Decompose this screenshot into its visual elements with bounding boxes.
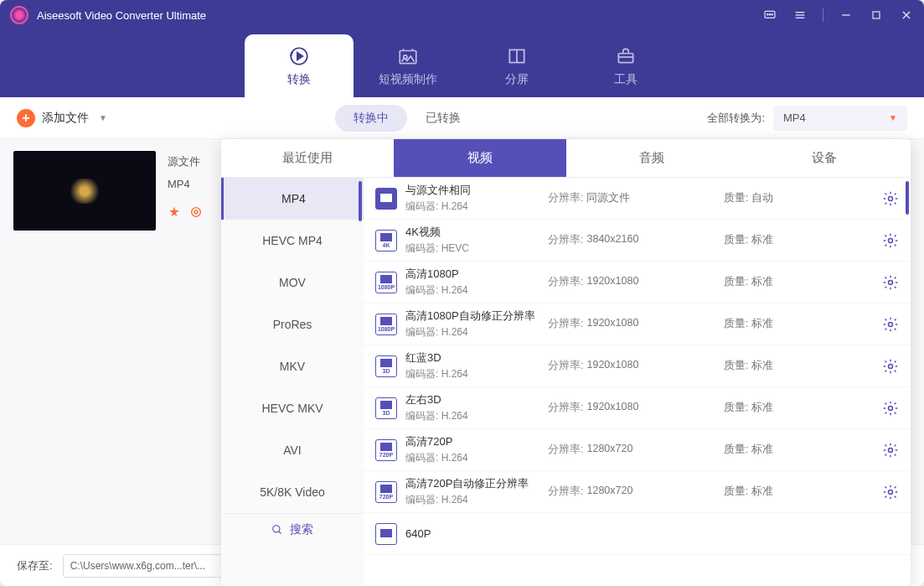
preset-text: 4K视频 编码器: HEVC: [405, 225, 539, 256]
preset-row[interactable]: 4K 4K视频 编码器: HEVC 分辨率:3840x2160 质量:标准: [364, 220, 911, 262]
sidebar-format-item[interactable]: 5K/8K Video: [221, 471, 364, 513]
gear-icon[interactable]: [882, 358, 899, 375]
svg-point-19: [194, 210, 198, 214]
preset-text: 高清1080P 编码器: H.264: [405, 267, 539, 298]
search-label: 搜索: [290, 522, 313, 537]
svg-point-20: [192, 208, 201, 217]
sidebar-format-item[interactable]: AVI: [221, 429, 364, 471]
feedback-icon[interactable]: [762, 8, 777, 23]
convert-icon: [288, 45, 310, 67]
preset-quality: 质量:标准: [724, 443, 833, 457]
tab-label: 转换: [287, 72, 311, 87]
toolbar: + 添加文件 ▼ 转换中 已转换 全部转换为: MP4 ▼: [0, 97, 924, 139]
format-dropdown-panel: 最近使用 视频 音频 设备 MP4HEVC MP4MOVProResMKVHEV…: [221, 139, 911, 586]
maximize-button[interactable]: [869, 8, 884, 23]
app-window: Aiseesoft Video Converter Ultimate 转换 短视…: [0, 0, 924, 586]
sidebar-format-item[interactable]: MKV: [221, 345, 364, 387]
svg-point-26: [889, 322, 893, 326]
search-button[interactable]: 搜索: [221, 513, 364, 545]
app-logo-icon: [10, 6, 28, 24]
add-file-button[interactable]: + 添加文件 ▼: [17, 109, 107, 127]
tab-collage[interactable]: 分屏: [462, 34, 571, 97]
tab-label: 工具: [614, 72, 638, 87]
tab-label: 分屏: [505, 72, 529, 87]
sidebar-format-item[interactable]: ProRes: [221, 303, 364, 345]
scrollbar-thumb[interactable]: [359, 181, 362, 221]
gear-icon[interactable]: [882, 316, 899, 333]
video-thumbnail[interactable]: [13, 151, 156, 231]
status-tab-converted[interactable]: 已转换: [407, 105, 479, 132]
format-sidebar[interactable]: MP4HEVC MP4MOVProResMKVHEVC MKVAVI5K/8K …: [221, 178, 364, 586]
file-meta: 源文件 MP4: [168, 151, 203, 532]
cat-tab-device[interactable]: 设备: [738, 139, 911, 177]
gear-icon[interactable]: [882, 400, 899, 417]
save-to-label: 保存至:: [17, 558, 53, 573]
preset-badge-icon: 3D: [375, 355, 397, 377]
preset-resolution: 分辨率:1920x1080: [548, 401, 715, 415]
preset-quality: 质量:标准: [724, 317, 833, 331]
preset-row[interactable]: 1080P 高清1080P 编码器: H.264 分辨率:1920x1080 质…: [364, 262, 911, 303]
preset-quality: 质量:标准: [724, 233, 833, 247]
gear-icon[interactable]: [882, 484, 899, 500]
preset-resolution: 分辨率:1920x1080: [548, 275, 715, 289]
gear-icon[interactable]: [882, 190, 899, 207]
svg-marker-12: [297, 52, 302, 60]
status-tab-converting[interactable]: 转换中: [335, 105, 407, 132]
sidebar-format-item[interactable]: MP4: [221, 178, 364, 220]
preset-quality: 质量:标准: [724, 485, 833, 499]
tab-mv[interactable]: 短视频制作: [354, 34, 462, 97]
close-button[interactable]: [899, 8, 914, 23]
preset-list[interactable]: 与源文件相同 编码器: H.264 分辨率:同源文件 质量:自动 4K 4K视频…: [364, 178, 911, 586]
file-card[interactable]: 源文件 MP4: [13, 151, 203, 532]
preset-row[interactable]: 1080P 高清1080P自动修正分辨率 编码器: H.264 分辨率:1920…: [364, 303, 911, 345]
preset-resolution: 分辨率:同源文件: [548, 191, 715, 205]
preset-row[interactable]: 与源文件相同 编码器: H.264 分辨率:同源文件 质量:自动: [364, 178, 911, 220]
edit-icon[interactable]: [189, 205, 203, 219]
convert-all-control: 全部转换为: MP4 ▼: [707, 106, 907, 131]
preset-quality: 质量:标准: [724, 275, 833, 289]
svg-rect-17: [618, 53, 632, 62]
window-controls: [762, 8, 914, 23]
gear-icon[interactable]: [882, 232, 899, 249]
preset-badge-icon: 1080P: [375, 314, 397, 335]
preset-row[interactable]: 720P 高清720P自动修正分辨率 编码器: H.264 分辨率:1280x7…: [364, 471, 911, 513]
preset-badge-icon: 3D: [375, 397, 397, 419]
preset-row[interactable]: 720P 高清720P 编码器: H.264 分辨率:1280x720 质量:标…: [364, 429, 911, 471]
preset-row[interactable]: 3D 红蓝3D 编码器: H.264 分辨率:1920x1080 质量:标准: [364, 345, 911, 387]
svg-line-22: [279, 531, 281, 533]
sidebar-format-item[interactable]: HEVC MKV: [221, 387, 364, 429]
tab-toolbox[interactable]: 工具: [571, 34, 680, 97]
preset-resolution: 分辨率:1920x1080: [548, 359, 715, 373]
svg-point-25: [889, 280, 893, 284]
divider: [823, 8, 823, 22]
minimize-button[interactable]: [839, 8, 854, 23]
file-action-icons: [168, 205, 203, 219]
sidebar-format-item[interactable]: MOV: [221, 262, 364, 303]
status-tabs: 转换中 已转换: [107, 105, 707, 132]
preset-text: 高清720P 编码器: H.264: [405, 434, 539, 465]
preset-row[interactable]: 3D 左右3D 编码器: H.264 分辨率:1920x1080 质量:标准: [364, 387, 911, 429]
toolbox-icon: [615, 45, 637, 67]
preset-text: 左右3D 编码器: H.264: [405, 392, 539, 423]
preset-text: 红蓝3D 编码器: H.264: [405, 350, 539, 381]
file-format: MP4: [168, 178, 203, 190]
svg-point-30: [889, 490, 893, 494]
svg-point-21: [273, 525, 280, 532]
preset-resolution: 分辨率:1280x720: [548, 443, 715, 457]
collage-icon: [506, 45, 528, 67]
sidebar-format-item[interactable]: HEVC MP4: [221, 220, 364, 262]
preset-text: 640P: [405, 527, 539, 540]
tab-convert[interactable]: 转换: [245, 34, 354, 97]
gear-icon[interactable]: [882, 274, 899, 291]
scrollbar-thumb[interactable]: [906, 181, 909, 215]
gear-icon[interactable]: [882, 442, 899, 459]
menu-icon[interactable]: [792, 8, 808, 23]
cat-tab-audio[interactable]: 音频: [566, 139, 739, 177]
svg-point-28: [889, 406, 893, 410]
svg-point-2: [769, 14, 770, 15]
star-icon[interactable]: [168, 205, 181, 219]
cat-tab-video[interactable]: 视频: [394, 139, 566, 177]
preset-row[interactable]: 640P: [364, 513, 911, 555]
cat-tab-recent[interactable]: 最近使用: [221, 139, 394, 177]
format-select[interactable]: MP4 ▼: [773, 106, 907, 131]
